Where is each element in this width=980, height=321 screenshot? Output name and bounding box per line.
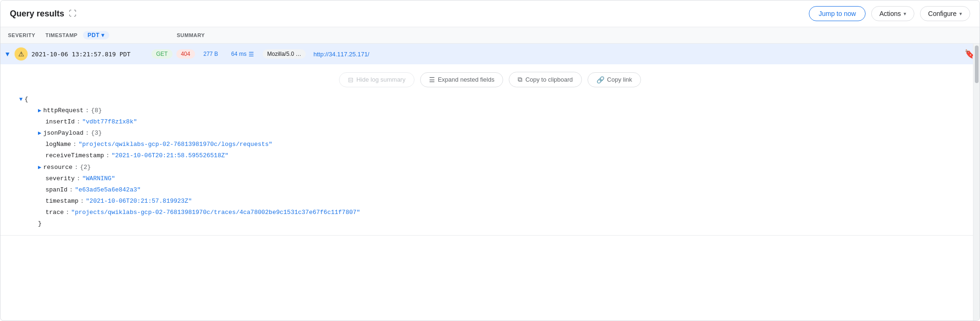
copy-clipboard-icon: ⧉ bbox=[518, 76, 522, 84]
user-agent-tag: Mozilla/5.0 … bbox=[263, 49, 306, 59]
log-row-main[interactable]: ▼ ⚠ 2021-10-06 13:21:57.819 PDT GET 404 … bbox=[0, 44, 980, 64]
log-results-area: ▼ ⚠ 2021-10-06 13:21:57.819 PDT GET 404 … bbox=[0, 44, 980, 321]
log-timestamp: 2021-10-06 13:21:57.819 PDT bbox=[31, 51, 151, 58]
json-field-jsonPayload: ▶ jsonPayload : {3} bbox=[19, 128, 980, 139]
header: Query results ⛶ Jump to now Actions ▾ Co… bbox=[0, 0, 980, 27]
json-field-severity: severity : "WARNING" bbox=[19, 173, 980, 184]
json-field-timestamp: timestamp : "2021-10-06T20:21:57.819923Z… bbox=[19, 196, 980, 207]
expand-jsonPayload-icon[interactable]: ▶ bbox=[38, 129, 41, 138]
json-field-resource: ▶ resource : {2} bbox=[19, 162, 980, 173]
link-icon: 🔗 bbox=[596, 76, 604, 84]
copy-clipboard-button[interactable]: ⧉ Copy to clipboard bbox=[509, 72, 581, 87]
expand-nested-button[interactable]: ☰ Expand nested fields bbox=[420, 72, 504, 87]
hide-summary-icon: ⊟ bbox=[348, 76, 354, 84]
log-summary-tags: GET 404 277 B 64 ms ☰ Mozilla/5.0 … http… bbox=[151, 49, 965, 59]
copy-link-button[interactable]: 🔗 Copy link bbox=[588, 72, 641, 87]
header-right: Jump to now Actions ▾ Configure ▾ bbox=[809, 6, 970, 21]
expand-resource-icon[interactable]: ▶ bbox=[38, 163, 41, 172]
expand-icon[interactable]: ⛶ bbox=[69, 9, 76, 18]
json-field-trace: trace : "projects/qwiklabs-gcp-02-768139… bbox=[19, 207, 980, 218]
size-tag: 277 B bbox=[199, 49, 223, 59]
actions-label: Actions bbox=[879, 10, 901, 17]
collapse-arrow-icon[interactable]: ▼ bbox=[4, 50, 15, 58]
time-filter-icon: ☰ bbox=[249, 51, 254, 58]
col-summary-header: SUMMARY bbox=[177, 32, 205, 38]
json-collapse-icon[interactable]: ▼ bbox=[19, 95, 23, 104]
time-tag: 64 ms ☰ bbox=[226, 49, 259, 59]
expand-httpRequest-icon[interactable]: ▶ bbox=[38, 106, 41, 115]
configure-chevron-down-icon: ▾ bbox=[959, 11, 962, 17]
json-field-httpRequest: ▶ httpRequest : {8} bbox=[19, 105, 980, 116]
col-timestamp-header: TIMESTAMP PDT ▾ bbox=[45, 31, 177, 39]
log-detail: ⊟ Hide log summary ☰ Expand nested field… bbox=[0, 64, 980, 235]
method-tag: GET bbox=[151, 49, 173, 59]
pdt-badge[interactable]: PDT ▾ bbox=[83, 31, 109, 39]
pdt-chevron-down-icon: ▾ bbox=[101, 32, 105, 38]
json-open-line: ▼ { bbox=[19, 94, 980, 105]
json-field-insertId: insertId : "vdbt77f8z1x8k" bbox=[19, 116, 980, 128]
json-field-spanId: spanId : "e63ad5e5a6e842a3" bbox=[19, 184, 980, 196]
actions-button[interactable]: Actions ▾ bbox=[871, 6, 914, 21]
jump-to-now-button[interactable]: Jump to now bbox=[809, 6, 866, 21]
configure-label: Configure bbox=[928, 10, 957, 17]
header-left: Query results ⛶ bbox=[10, 9, 76, 19]
json-fields: ▶ httpRequest : {8} insertId : "vdbt77f8… bbox=[19, 105, 980, 218]
scrollbar[interactable] bbox=[973, 44, 980, 321]
expand-nested-icon: ☰ bbox=[429, 76, 435, 84]
action-bar: ⊟ Hide log summary ☰ Expand nested field… bbox=[0, 68, 980, 92]
actions-chevron-down-icon: ▾ bbox=[904, 11, 906, 17]
warning-severity-icon: ⚠ bbox=[15, 47, 28, 61]
json-field-receiveTimestamp: receiveTimestamp : "2021-10-06T20:21:58.… bbox=[19, 150, 980, 161]
page-title: Query results bbox=[10, 9, 64, 19]
log-url-link[interactable]: http://34.117.25.171/ bbox=[313, 51, 369, 58]
json-close-line: } bbox=[19, 218, 980, 229]
hide-summary-button[interactable]: ⊟ Hide log summary bbox=[339, 72, 415, 87]
scrollbar-thumb[interactable] bbox=[975, 46, 979, 83]
table-header: SEVERITY TIMESTAMP PDT ▾ SUMMARY bbox=[0, 27, 980, 44]
log-row: ▼ ⚠ 2021-10-06 13:21:57.819 PDT GET 404 … bbox=[0, 44, 980, 236]
json-field-logName: logName : "projects/qwiklabs-gcp-02-7681… bbox=[19, 139, 980, 150]
configure-button[interactable]: Configure ▾ bbox=[920, 6, 970, 21]
json-tree: ▼ { ▶ httpRequest : {8} insertId : "vdbt… bbox=[0, 92, 980, 231]
col-severity-header: SEVERITY bbox=[8, 32, 45, 38]
status-tag: 404 bbox=[176, 49, 195, 59]
